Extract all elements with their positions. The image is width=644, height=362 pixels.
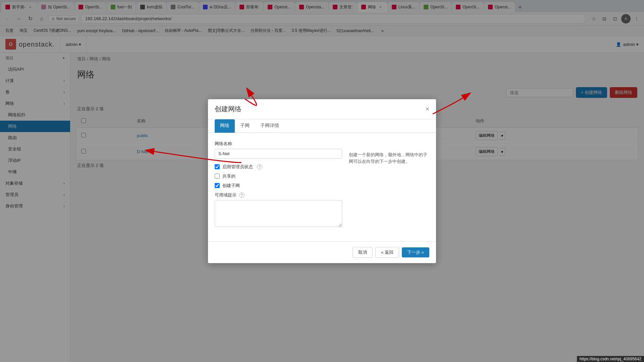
modal-overlay: 创建网络 × 网络 子网 子网详情 网络名称 启用管理员状态 ? [0, 0, 644, 362]
available-zones-textarea[interactable] [215, 200, 342, 227]
admin-state-help-icon[interactable]: ? [257, 164, 262, 170]
modal-form: 网络名称 启用管理员状态 ? 共享的 创建子网 [215, 141, 342, 233]
textarea-wrapper [215, 200, 342, 228]
admin-state-group: 启用管理员状态 ? [215, 164, 342, 170]
modal-close-button[interactable]: × [425, 106, 429, 112]
back-button[interactable]: « 返回 [375, 247, 399, 258]
available-zones-label: 可用域提示 ? [215, 192, 342, 198]
tab-network[interactable]: 网络 [215, 119, 235, 133]
create-subnet-label: 创建子网 [222, 183, 240, 189]
shared-label: 共享的 [222, 173, 235, 179]
network-name-group: 网络名称 [215, 141, 342, 159]
modal-title: 创建网络 [215, 105, 241, 114]
admin-state-label: 启用管理员状态 [222, 164, 253, 170]
modal-hint: 创建一个新的网络，额外地，网络中的子网可以在向导的下一步中创建。 [349, 141, 429, 233]
shared-group: 共享的 [215, 173, 342, 179]
network-name-input[interactable] [215, 149, 342, 159]
tab-subnet-detail[interactable]: 子网详情 [255, 119, 284, 133]
modal-tabs: 网络 子网 子网详情 [208, 119, 436, 133]
create-subnet-checkbox[interactable] [215, 183, 220, 188]
modal-body: 网络名称 启用管理员状态 ? 共享的 创建子网 [208, 133, 436, 241]
admin-state-checkbox[interactable] [215, 164, 220, 169]
available-zones-group: 可用域提示 ? [215, 192, 342, 228]
shared-checkbox[interactable] [215, 174, 220, 179]
modal-footer: 取消 « 返回 下一步 » [208, 241, 436, 263]
modal-header: 创建网络 × [208, 99, 436, 119]
status-bar: https://blog.csdn.net/qq_40695642 [577, 356, 644, 362]
next-button[interactable]: 下一步 » [402, 247, 429, 257]
cancel-button[interactable]: 取消 [353, 247, 373, 258]
available-zones-help-icon[interactable]: ? [239, 192, 245, 198]
create-network-modal: 创建网络 × 网络 子网 子网详情 网络名称 启用管理员状态 ? [208, 99, 436, 263]
tab-subnet[interactable]: 子网 [235, 119, 255, 133]
available-zones-label-text: 可用域提示 [215, 192, 236, 197]
create-subnet-group: 创建子网 [215, 183, 342, 189]
network-name-label: 网络名称 [215, 141, 342, 147]
